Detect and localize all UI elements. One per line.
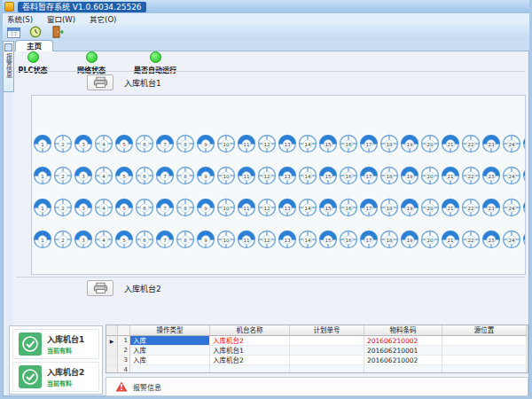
table-row-1[interactable]: ▶1入库入库机台2201606210002	[106, 336, 528, 346]
storage-slot-7[interactable]: 7	[155, 198, 176, 217]
storage-slot-14[interactable]: 14	[298, 134, 318, 153]
storage-slot-18[interactable]: 18	[379, 230, 400, 249]
storage-slot-3[interactable]: 3	[74, 134, 94, 153]
tab-home[interactable]: 主页	[15, 40, 53, 51]
header-plan-no[interactable]: 计划单号	[290, 325, 364, 336]
storage-slot-22[interactable]: 22	[461, 166, 481, 185]
header-source-loc[interactable]: 源位置	[442, 325, 527, 336]
storage-slot-11[interactable]: 11	[237, 166, 257, 185]
table-cell[interactable]	[442, 365, 527, 373]
storage-slot-7[interactable]: 7	[155, 230, 176, 249]
storage-slot-23[interactable]: 23	[481, 230, 502, 249]
header-machine-name[interactable]: 机台名称	[210, 325, 290, 336]
storage-slot-1[interactable]: 1	[33, 198, 53, 217]
storage-slot-17[interactable]: 17	[359, 230, 379, 249]
station-card-1[interactable]: 入库机台1 当前有料	[12, 329, 99, 359]
storage-slot-14[interactable]: 14	[298, 166, 318, 185]
storage-slot-25[interactable]: 25	[522, 230, 526, 249]
storage-slot-1[interactable]: 1	[33, 230, 53, 249]
storage-slot-20[interactable]: 20	[420, 230, 441, 249]
storage-slot-21[interactable]: 21	[441, 230, 461, 249]
storage-slot-24[interactable]: 24	[502, 134, 522, 153]
header-barcode[interactable]: 物料条码	[364, 325, 442, 336]
storage-slot-23[interactable]: 23	[481, 198, 502, 217]
header-op-type[interactable]: 操作类型	[130, 325, 210, 336]
storage-slot-20[interactable]: 20	[420, 198, 441, 217]
storage-slot-8[interactable]: 8	[176, 134, 196, 153]
storage-slot-21[interactable]: 21	[441, 198, 461, 217]
table-cell[interactable]: 入库机台1	[210, 346, 290, 356]
storage-slot-13[interactable]: 13	[278, 134, 298, 153]
storage-slot-22[interactable]: 22	[461, 198, 481, 217]
storage-slot-8[interactable]: 8	[176, 198, 196, 217]
storage-slot-12[interactable]: 12	[257, 134, 278, 153]
table-cell[interactable]	[442, 356, 527, 365]
table-cell[interactable]: 入库	[130, 336, 210, 346]
storage-slot-3[interactable]: 3	[74, 230, 94, 249]
storage-slot-15[interactable]: 15	[318, 198, 339, 217]
storage-slot-1[interactable]: 1	[33, 166, 53, 185]
storage-slot-10[interactable]: 10	[216, 230, 237, 249]
table-cell[interactable]	[290, 336, 364, 346]
storage-slot-13[interactable]: 13	[278, 230, 298, 249]
storage-slot-11[interactable]: 11	[237, 134, 257, 153]
table-cell[interactable]: 201606210002	[364, 356, 442, 365]
table-cell[interactable]	[364, 365, 442, 373]
table-row-4[interactable]: 4	[106, 365, 528, 373]
storage-slot-4[interactable]: 4	[94, 230, 114, 249]
menu-other[interactable]: 其它(O)	[90, 13, 116, 24]
storage-slot-25[interactable]: 25	[522, 166, 526, 185]
storage-slot-15[interactable]: 15	[318, 134, 339, 153]
storage-slot-25[interactable]: 25	[522, 198, 526, 217]
storage-slot-13[interactable]: 13	[278, 198, 298, 217]
storage-slot-16[interactable]: 16	[339, 134, 359, 153]
storage-slot-8[interactable]: 8	[176, 230, 196, 249]
storage-slot-5[interactable]: 5	[114, 198, 135, 217]
table-row-2[interactable]: 2入库入库机台1201606210001	[106, 346, 528, 356]
storage-slot-16[interactable]: 16	[339, 198, 359, 217]
storage-slot-7[interactable]: 7	[155, 166, 176, 185]
storage-slot-23[interactable]: 23	[481, 166, 502, 185]
table-cell[interactable]	[442, 346, 527, 356]
storage-slot-3[interactable]: 3	[74, 166, 94, 185]
table-cell[interactable]: 入库机台2	[210, 336, 290, 346]
storage-slot-19[interactable]: 19	[400, 166, 420, 185]
storage-slot-6[interactable]: 6	[135, 198, 155, 217]
storage-slot-9[interactable]: 9	[196, 166, 216, 185]
storage-slot-23[interactable]: 23	[481, 134, 502, 153]
storage-slot-2[interactable]: 2	[53, 230, 74, 249]
storage-slot-7[interactable]: 7	[155, 134, 176, 153]
storage-slot-2[interactable]: 2	[53, 134, 74, 153]
table-cell[interactable]	[290, 356, 364, 365]
storage-slot-12[interactable]: 12	[257, 230, 278, 249]
side-panel-tab[interactable]: 报警信息	[3, 41, 14, 92]
storage-slot-22[interactable]: 22	[461, 230, 481, 249]
storage-slot-19[interactable]: 19	[400, 198, 420, 217]
storage-slot-14[interactable]: 14	[298, 230, 318, 249]
station-card-2[interactable]: 入库机台2 当前有料	[12, 362, 99, 392]
storage-slot-9[interactable]: 9	[196, 230, 216, 249]
storage-slot-4[interactable]: 4	[94, 166, 114, 185]
storage-slot-6[interactable]: 6	[135, 230, 155, 249]
storage-slot-1[interactable]: 1	[33, 134, 53, 153]
menu-window[interactable]: 窗口(W)	[47, 13, 75, 24]
storage-slot-5[interactable]: 5	[114, 166, 135, 185]
menu-system[interactable]: 系统(S)	[7, 13, 33, 24]
table-cell[interactable]	[442, 336, 527, 346]
storage-slot-22[interactable]: 22	[461, 134, 481, 153]
table-cell[interactable]: 入库机台2	[210, 356, 290, 365]
exit-button[interactable]	[48, 25, 67, 39]
storage-slot-9[interactable]: 9	[196, 134, 216, 153]
storage-slot-20[interactable]: 20	[420, 166, 441, 185]
storage-slot-15[interactable]: 15	[318, 230, 339, 249]
storage-slot-10[interactable]: 10	[216, 198, 237, 217]
table-cell[interactable]	[210, 365, 290, 373]
storage-slot-19[interactable]: 19	[400, 230, 420, 249]
storage-slot-6[interactable]: 6	[135, 134, 155, 153]
storage-slot-11[interactable]: 11	[237, 230, 257, 249]
storage-slot-12[interactable]: 12	[257, 166, 278, 185]
storage-slot-24[interactable]: 24	[502, 198, 522, 217]
table-cell[interactable]: 入库	[130, 356, 210, 365]
storage-slot-2[interactable]: 2	[53, 166, 74, 185]
storage-slot-4[interactable]: 4	[94, 198, 114, 217]
